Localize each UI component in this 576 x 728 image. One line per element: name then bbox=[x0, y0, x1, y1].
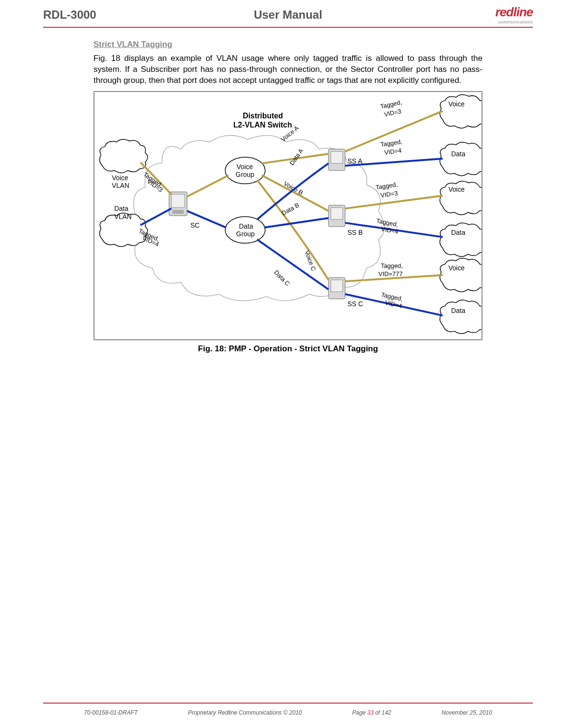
vlan-diagram-svg: Voice VLAN Data VLAN SC Voice Group Data bbox=[94, 92, 482, 339]
data-group-label-1: Data bbox=[239, 222, 253, 230]
footer-date: November 25, 2010 bbox=[442, 709, 492, 716]
doc-title: User Manual bbox=[254, 8, 322, 22]
ss-c-data-label: Data bbox=[451, 307, 466, 314]
ss-b-voice-label: Voice bbox=[448, 185, 465, 193]
data-group-label-2: Group bbox=[236, 230, 255, 237]
ss-b-voice-vid3: VID=3 bbox=[380, 189, 398, 199]
footer-doc-num: 70-00158-01-DRAFT bbox=[84, 709, 138, 716]
ss-c-label: SS C bbox=[348, 300, 363, 307]
ss-a-data-vid4: VID=4 bbox=[384, 147, 402, 156]
sc-device-icon bbox=[169, 192, 187, 216]
ss-c-voice-label: Voice bbox=[448, 264, 465, 272]
diagram-title-1: Distributed bbox=[243, 111, 283, 119]
document-header: RDL-3000 User Manual redline communicati… bbox=[0, 0, 576, 27]
ss-c-voice-vid777: VID=777 bbox=[378, 270, 403, 277]
ss-b-data-label: Data bbox=[451, 229, 466, 236]
figure-18-diagram: Voice VLAN Data VLAN SC Voice Group Data bbox=[94, 91, 482, 340]
logo-container: redline communications bbox=[495, 5, 533, 24]
ss-c-voice-cloud bbox=[440, 258, 482, 292]
doc-id: RDL-3000 bbox=[43, 8, 96, 22]
voice-group-label-1: Voice bbox=[236, 163, 253, 171]
voice-vlan-label-1: Voice bbox=[112, 173, 128, 181]
diagram-title-2: L2-VLAN Switch bbox=[233, 121, 292, 129]
logo-text: redline bbox=[495, 5, 533, 20]
ss-c-voice-tagged: Tagged, bbox=[381, 262, 403, 269]
section-heading: Strict VLAN Tagging bbox=[94, 40, 482, 49]
svg-rect-2 bbox=[172, 210, 184, 214]
data-vlan-label-2: VLAN bbox=[114, 213, 131, 220]
voice-vlan-cloud bbox=[100, 139, 148, 173]
voice-vlan-label-2: VLAN bbox=[112, 182, 129, 189]
ss-a-data-label: Data bbox=[451, 150, 466, 158]
ss-a-voice-vid3: VID=3 bbox=[383, 107, 402, 118]
ss-a-label: SS A bbox=[348, 157, 363, 165]
ss-b-label: SS B bbox=[348, 229, 363, 236]
voice-group-label-2: Group bbox=[235, 170, 254, 178]
ss-b-device-icon bbox=[329, 205, 345, 227]
svg-rect-1 bbox=[171, 194, 185, 208]
svg-rect-6 bbox=[331, 208, 343, 220]
sc-label: SC bbox=[190, 221, 200, 229]
data-vlan-label-1: Data bbox=[114, 205, 129, 212]
ss-a-voice-label: Voice bbox=[448, 100, 465, 108]
footer-rule bbox=[43, 703, 533, 704]
svg-rect-4 bbox=[331, 151, 343, 163]
footer-content: 70-00158-01-DRAFT Proprietary Redline Co… bbox=[43, 709, 533, 716]
page-suffix: of 142 bbox=[374, 709, 391, 716]
ss-a-data-cloud bbox=[440, 142, 482, 175]
footer-page-info: Page 33 of 142 bbox=[352, 709, 391, 716]
ss-c-data-cloud bbox=[440, 300, 482, 334]
body-paragraph: Fig. 18 displays an example of VLAN usag… bbox=[94, 53, 482, 86]
logo-subtitle: communications bbox=[495, 20, 533, 24]
figure-caption: Fig. 18: PMP - Operation - Strict VLAN T… bbox=[94, 344, 482, 354]
ss-c-device-icon bbox=[329, 277, 345, 299]
ss-a-device-icon bbox=[329, 149, 345, 171]
page-footer: 70-00158-01-DRAFT Proprietary Redline Co… bbox=[43, 703, 533, 716]
page-content: Strict VLAN Tagging Fig. 18 displays an … bbox=[0, 28, 576, 354]
page-prefix: Page bbox=[352, 709, 367, 716]
footer-copyright: Proprietary Redline Communications © 201… bbox=[188, 709, 302, 716]
page-number: 33 bbox=[367, 709, 374, 716]
svg-rect-8 bbox=[331, 280, 343, 292]
